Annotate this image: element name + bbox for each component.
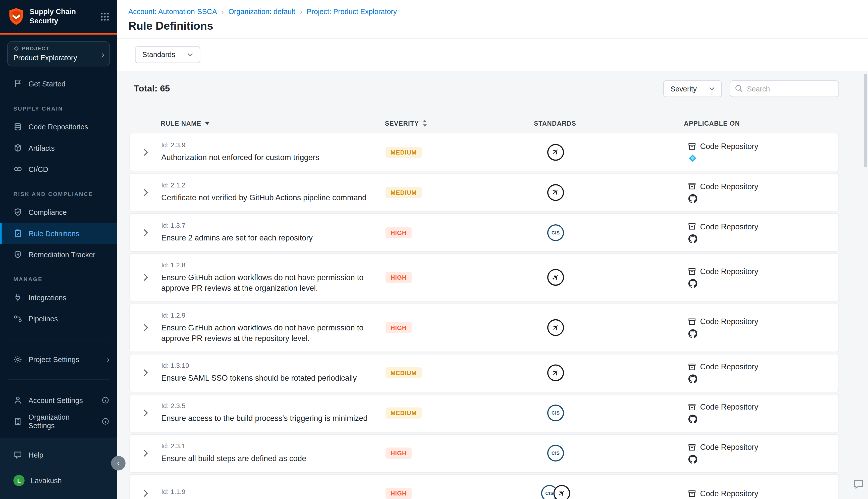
sidebar-item-help[interactable]: Help (0, 444, 117, 465)
github-icon (689, 415, 697, 424)
sidebar-collapse-handle[interactable]: ‹ (111, 456, 126, 471)
table-row[interactable]: Id: 2.3.1 Ensure all build steps are def… (129, 434, 839, 472)
standard-icon-cis: CIS (547, 445, 564, 462)
standards-filter-dropdown[interactable]: Standards (135, 46, 200, 63)
standard-icon-plane: ✈ (553, 485, 570, 499)
github-icon (689, 194, 697, 203)
repository-icon (688, 142, 696, 150)
sidebar-item-integrations[interactable]: Integrations (0, 287, 117, 308)
standard-icon-cis: CIS (547, 404, 564, 421)
app: Supply Chain Security PROJECT Product Ex… (0, 0, 868, 499)
row-expand-chevron[interactable] (144, 188, 148, 196)
project-selector[interactable]: PROJECT Product Exploratory › (7, 41, 110, 66)
sidebar-item-account-settings[interactable]: Account Settings (0, 389, 117, 411)
sidebar-item-label: Compliance (28, 208, 66, 216)
pipeline-flow-icon (13, 314, 22, 323)
repository-icon (688, 363, 696, 371)
table-row[interactable]: Id: 2.3.9 Authorization not enforced for… (129, 133, 839, 171)
severity-filter-dropdown[interactable]: Severity (663, 81, 722, 97)
sidebar: Supply Chain Security PROJECT Product Ex… (0, 0, 117, 499)
github-icon (689, 374, 697, 384)
severity-filter-label: Severity (671, 84, 697, 93)
search-input[interactable] (730, 81, 839, 97)
sidebar-item-remediation-tracker[interactable]: Remediation Tracker (0, 244, 117, 265)
chat-bubble-icon (13, 450, 22, 459)
table-row[interactable]: Id: 2.1.2 Certificate not verified by Gi… (129, 173, 839, 211)
severity-badge: HIGH (385, 322, 412, 333)
chevron-right-icon: › (107, 355, 109, 364)
row-expand-chevron[interactable] (144, 148, 148, 156)
user-name: Lavakush (30, 476, 62, 485)
repository-icon (688, 317, 696, 326)
table-row[interactable]: Id: 1.2.9 Ensure GitHub action workflows… (129, 304, 839, 352)
sidebar-item-get-started[interactable]: Get Started (0, 73, 117, 94)
sidebar-item-rule-definitions[interactable]: Rule Definitions (0, 223, 117, 244)
repository-icon (688, 222, 696, 230)
scrollbar-thumb[interactable] (864, 74, 867, 167)
column-header-severity[interactable]: SEVERITY (385, 119, 485, 127)
info-icon[interactable] (101, 396, 109, 404)
applicable-on-label: Code Repository (700, 442, 758, 451)
table-row[interactable]: Id: 1.3.7 Ensure 2 admins are set for ea… (129, 213, 839, 252)
sidebar-item-pipelines[interactable]: Pipelines (0, 308, 117, 329)
applicable-on-label: Code Repository (700, 182, 758, 191)
sidebar-item-project-settings[interactable]: Project Settings › (0, 349, 117, 370)
sidebar-item-code-repositories[interactable]: Code Repositories (0, 116, 117, 137)
table-row[interactable]: Id: 1.2.8 Ensure GitHub action workflows… (129, 253, 839, 302)
apps-grid-icon[interactable] (100, 12, 110, 21)
applicable-on-label: Code Repository (700, 362, 758, 372)
breadcrumb: Account: Automation-SSCA › Organization:… (128, 7, 868, 15)
applicable-on-label: Code Repository (700, 489, 758, 498)
avatar: L (13, 475, 24, 486)
database-icon (13, 122, 22, 131)
standard-icon-cis: CIS (547, 224, 564, 241)
rule-id: Id: 2.3.1 (161, 442, 379, 450)
table-row[interactable]: Id: 2.3.5 Ensure access to the build pro… (129, 394, 839, 432)
sidebar-item-label: Rule Definitions (28, 229, 79, 238)
standard-icon-plane: ✈ (547, 269, 564, 286)
rule-name: Authorization not enforced for custom tr… (161, 152, 379, 162)
severity-badge: MEDIUM (385, 187, 422, 198)
sidebar-item-cicd[interactable]: CI/CD (0, 159, 117, 180)
section-label-manage: MANAGE (13, 276, 117, 282)
link-rings-icon (13, 165, 22, 174)
breadcrumb-account-link[interactable]: Account: Automation-SSCA (128, 7, 217, 15)
rule-id: Id: 1.1.9 (161, 487, 379, 495)
applicable-on-label: Code Repository (700, 402, 758, 412)
sidebar-item-artifacts[interactable]: Artifacts (0, 137, 117, 158)
standard-icon-plane: ✈ (547, 184, 564, 201)
row-expand-chevron[interactable] (144, 489, 148, 497)
info-icon[interactable] (101, 417, 109, 425)
shield-wrench-icon (13, 250, 22, 259)
column-header-rule-name[interactable]: RULE NAME (161, 120, 385, 127)
rule-id: Id: 1.3.7 (161, 221, 379, 229)
flag-icon (13, 79, 22, 88)
breadcrumb-org-link[interactable]: Organization: default (228, 7, 295, 15)
rule-name: Ensure all build steps are defined as co… (161, 453, 379, 464)
cube-icon (13, 144, 22, 153)
severity-badge: MEDIUM (385, 407, 422, 418)
chevron-down-icon (188, 53, 193, 56)
support-chat-icon[interactable] (853, 478, 865, 490)
rule-name: Ensure access to the build process's tri… (161, 413, 379, 424)
row-expand-chevron[interactable] (144, 409, 148, 417)
repository-icon (688, 267, 696, 276)
table-row[interactable]: Id: 1.1.9 HIGH CIS ✈ Code Repository (129, 474, 839, 499)
sidebar-item-organization-settings[interactable]: Organization Settings (0, 411, 117, 432)
row-expand-chevron[interactable] (144, 273, 148, 281)
user-menu[interactable]: L Lavakush (0, 470, 117, 491)
brand-header: Supply Chain Security (0, 0, 117, 35)
row-expand-chevron[interactable] (144, 449, 148, 457)
breadcrumb-project-link[interactable]: Project: Product Exploratory (307, 7, 397, 15)
severity-badge: HIGH (385, 448, 412, 459)
gear-icon (13, 355, 22, 364)
github-icon (689, 279, 697, 288)
table-row[interactable]: Id: 1.3.10 Ensure SAML SSO tokens should… (129, 354, 839, 392)
app-logo (8, 7, 25, 26)
row-expand-chevron[interactable] (144, 369, 148, 377)
sidebar-item-compliance[interactable]: Compliance (0, 202, 117, 223)
section-label-risk-and-compliance: RISK AND COMPLIANCE (13, 191, 117, 197)
row-expand-chevron[interactable] (144, 229, 148, 236)
standard-icon-plane: ✈ (547, 319, 564, 336)
row-expand-chevron[interactable] (144, 324, 148, 332)
